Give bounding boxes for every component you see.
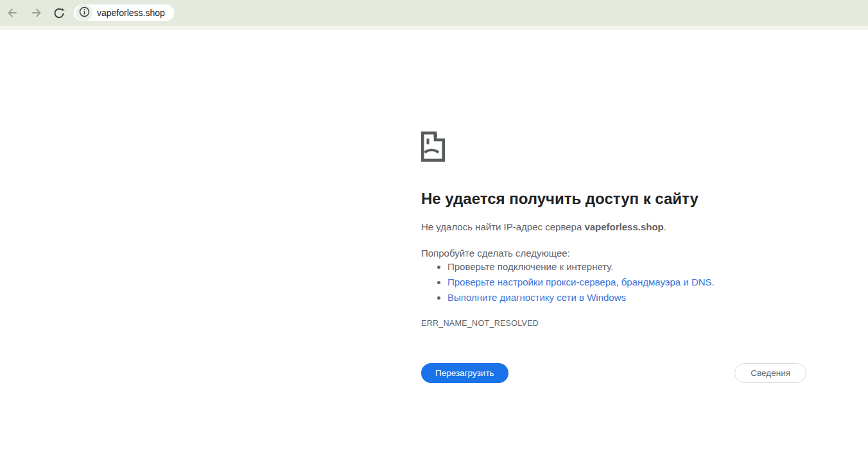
info-icon [79, 6, 90, 20]
forward-arrow-icon [30, 6, 43, 19]
url-text: vapeforless.shop [97, 8, 165, 18]
suggestions-intro: Попробуйте сделать следующее: [421, 248, 806, 259]
error-title: Не удается получить доступ к сайту [421, 190, 806, 208]
error-code: ERR_NAME_NOT_RESOLVED [421, 319, 539, 328]
subtitle-domain: vapeforless.shop [584, 221, 663, 232]
button-row: Перезагрузить Сведения [421, 363, 806, 383]
subtitle-suffix: . [664, 221, 666, 232]
suggestion-run-diagnostics-link[interactable]: Выполните диагностику сети в Windows [447, 290, 806, 305]
suggestion-check-proxy-link[interactable]: Проверьте настройки прокси-сервера, бран… [447, 275, 806, 290]
back-arrow-icon [6, 6, 19, 19]
reload-button[interactable] [52, 6, 66, 20]
sad-page-icon [421, 132, 445, 164]
subtitle-prefix: Не удалось найти IP-адрес сервера [421, 221, 584, 232]
toolbar-bottom-strip [0, 26, 868, 30]
browser-toolbar: vapeforless.shop [0, 0, 868, 26]
suggestions-list: Проверьте подключение к интернету. Прове… [421, 259, 806, 305]
site-info-button[interactable] [76, 4, 92, 21]
reload-icon [53, 6, 65, 19]
address-bar[interactable]: vapeforless.shop [74, 4, 174, 21]
details-button[interactable]: Сведения [734, 363, 806, 383]
error-subtitle: Не удалось найти IP-адрес сервера vapefo… [421, 221, 806, 232]
back-button[interactable] [5, 6, 19, 20]
reload-page-button[interactable]: Перезагрузить [421, 363, 508, 383]
suggestion-check-connection: Проверьте подключение к интернету. [447, 259, 806, 275]
forward-button[interactable] [30, 6, 44, 20]
